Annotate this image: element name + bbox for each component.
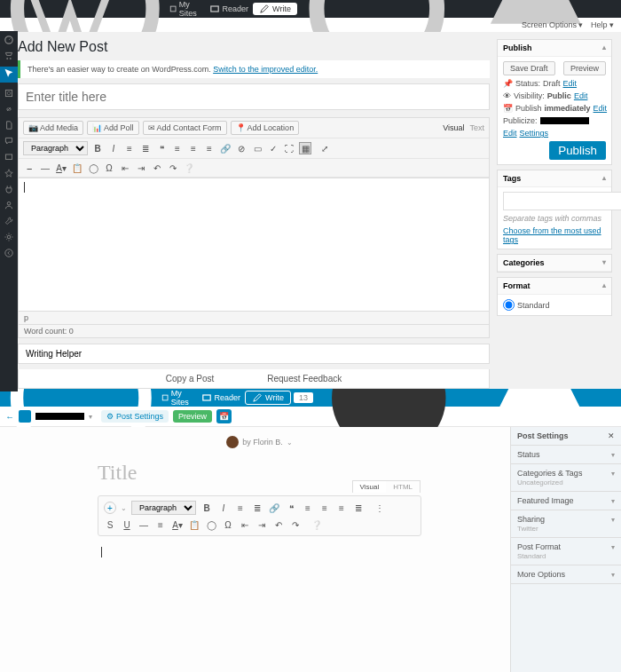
preview-button[interactable]: Preview	[173, 410, 212, 423]
collapse-icon[interactable]: ▴	[602, 281, 606, 290]
clear-icon[interactable]: ◯	[205, 518, 217, 531]
tools-icon[interactable]	[4, 216, 14, 226]
clear-icon[interactable]: ◯	[87, 162, 99, 174]
switch-editor-link[interactable]: Switch to the improved editor.	[213, 65, 318, 74]
help-icon[interactable]: ❔	[310, 518, 323, 531]
plugins-icon[interactable]	[4, 184, 14, 194]
undo-icon[interactable]: ↶	[151, 162, 163, 174]
number-list-icon[interactable]: ≣	[139, 142, 152, 154]
add-media-icon[interactable]: +	[104, 502, 116, 514]
publicize-settings-link[interactable]: Settings	[520, 129, 549, 138]
tag-input[interactable]	[503, 192, 621, 210]
status-edit-link[interactable]: Edit	[563, 79, 578, 88]
indent-icon[interactable]: ⇥	[255, 518, 268, 531]
specialchar-icon[interactable]: Ω	[103, 162, 115, 174]
specialchar-icon[interactable]: Ω	[222, 518, 234, 531]
save-draft-button[interactable]: Save Draft	[503, 61, 555, 75]
align-left-icon[interactable]: ≡	[171, 142, 184, 154]
undo-icon[interactable]: ↶	[272, 518, 285, 531]
hr-icon[interactable]: —	[39, 162, 51, 174]
align-right-icon[interactable]: ≡	[203, 142, 216, 154]
post-title-input[interactable]	[18, 83, 490, 110]
my-sites-link[interactable]: My Sites	[157, 389, 197, 407]
media-icon[interactable]	[4, 88, 14, 99]
publicize-edit-link[interactable]: Edit	[503, 129, 517, 138]
bold-icon[interactable]: B	[91, 142, 104, 154]
quote-icon[interactable]: ❝	[285, 502, 297, 514]
comments-icon[interactable]	[4, 136, 14, 146]
outdent-icon[interactable]: ⇤	[119, 162, 131, 174]
store-icon[interactable]	[4, 51, 14, 61]
close-icon[interactable]: ✕	[608, 431, 615, 440]
text-tab[interactable]: Text	[469, 123, 484, 132]
hr-icon[interactable]: —	[138, 518, 150, 531]
html-tab[interactable]: HTML	[386, 481, 420, 493]
bullet-list-icon[interactable]: ≡	[234, 502, 247, 514]
number-list-icon[interactable]: ≣	[251, 502, 263, 514]
visual-tab[interactable]: Visual	[443, 123, 464, 132]
collapse-icon[interactable]: ▴	[602, 43, 606, 52]
strike-icon[interactable]: S	[104, 518, 116, 531]
visibility-edit-link[interactable]: Edit	[574, 91, 588, 100]
more-icon[interactable]: ▭	[251, 142, 263, 154]
featured-image-row[interactable]: Featured Image▾	[511, 491, 621, 510]
help-toggle[interactable]: Help ▾	[591, 20, 614, 29]
spell-icon[interactable]: ✓	[267, 142, 279, 154]
reader-link[interactable]: Reader	[197, 392, 246, 403]
link-icon[interactable]: 🔗	[268, 502, 280, 514]
add-media-button[interactable]: 📷 Add Media	[23, 121, 83, 135]
toolbar-toggle-icon[interactable]: ▦	[299, 142, 311, 154]
collapse-icon[interactable]	[4, 248, 14, 258]
write-button[interactable]: Write	[253, 3, 297, 15]
collapse-icon[interactable]: ▴	[602, 174, 606, 183]
strike-icon[interactable]: ‒	[23, 162, 35, 174]
link-icon[interactable]: 🔗	[219, 142, 232, 154]
bold-icon[interactable]: B	[200, 502, 213, 514]
feedback-icon[interactable]	[4, 152, 14, 162]
justify-icon[interactable]: ≡	[154, 518, 167, 531]
content-editor[interactable]	[98, 543, 421, 650]
paste-icon[interactable]: 📋	[71, 162, 83, 174]
outdent-icon[interactable]: ⇤	[239, 518, 251, 531]
appearance-icon[interactable]	[4, 168, 14, 178]
kebab-menu-icon[interactable]: ⋮	[373, 502, 386, 514]
distraction-free-icon[interactable]: ⤢	[318, 142, 331, 154]
align-left-icon[interactable]: ≡	[302, 502, 314, 514]
my-sites-link[interactable]: My Sites	[165, 0, 205, 18]
quote-icon[interactable]: ❝	[155, 142, 168, 154]
write-button[interactable]: Write	[245, 391, 291, 405]
users-icon[interactable]	[4, 200, 14, 210]
notification-count[interactable]: 13	[294, 392, 313, 403]
screen-options-toggle[interactable]: Screen Options ▾	[522, 20, 584, 29]
bullet-list-icon[interactable]: ≡	[123, 142, 136, 154]
paragraph-select[interactable]: Paragraph	[23, 141, 88, 155]
add-location-button[interactable]: 📍 Add Location	[231, 121, 300, 135]
publish-edit-link[interactable]: Edit	[593, 104, 608, 113]
redo-icon[interactable]: ↷	[289, 518, 302, 531]
paste-icon[interactable]: 📋	[188, 518, 200, 531]
pages-icon[interactable]	[4, 120, 14, 130]
links-icon[interactable]	[4, 104, 14, 115]
content-editor[interactable]	[18, 178, 490, 312]
align-right-icon[interactable]: ≡	[335, 502, 348, 514]
chevron-down-icon[interactable]: ⌄	[287, 439, 293, 447]
post-settings-toggle[interactable]: ⚙Post Settings	[101, 410, 169, 423]
visual-tab[interactable]: Visual	[353, 481, 387, 493]
italic-icon[interactable]: I	[217, 502, 230, 514]
help-icon[interactable]: ❔	[183, 162, 195, 174]
choose-tags-link[interactable]: Choose from the most used tags	[503, 226, 606, 244]
copy-post-link[interactable]: Copy a Post	[166, 374, 214, 383]
align-justify-icon[interactable]: ≣	[352, 502, 365, 514]
align-center-icon[interactable]: ≡	[318, 502, 331, 514]
add-poll-button[interactable]: 📊 Add Poll	[87, 121, 139, 135]
chevron-down-icon[interactable]: ▾	[89, 413, 92, 421]
preview-button[interactable]: Preview	[563, 61, 606, 75]
posts-icon[interactable]	[0, 67, 18, 83]
align-center-icon[interactable]: ≡	[187, 142, 200, 154]
textcolor-icon[interactable]: A▾	[171, 518, 184, 531]
paragraph-select[interactable]: Paragraph	[131, 501, 196, 515]
reader-link[interactable]: Reader	[205, 4, 254, 14]
schedule-icon[interactable]: 📅	[216, 409, 232, 423]
more-options-row[interactable]: More Options▾	[511, 565, 621, 584]
redo-icon[interactable]: ↷	[167, 162, 179, 174]
